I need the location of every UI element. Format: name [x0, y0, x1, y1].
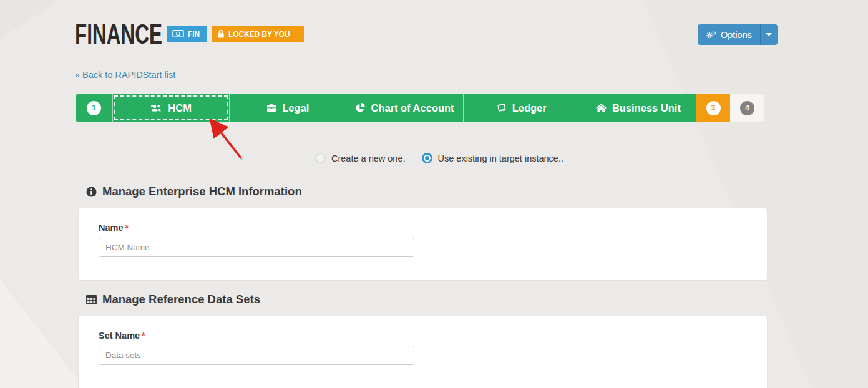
tab-label: HCM [168, 102, 192, 114]
finance-rapidstart-page: FINANCE FIN LOCKED BY YOU [0, 0, 868, 388]
options-split-button: Options [698, 24, 778, 45]
info-circle-icon [86, 187, 97, 197]
radio-create-new[interactable]: Create a new one. [315, 153, 406, 163]
radio-create-new-label: Create a new one. [331, 153, 406, 163]
section-title: Manage Enterprise HCM Information [102, 185, 302, 198]
name-field-label: Name* [99, 223, 129, 233]
book-icon [497, 104, 507, 112]
tab-label: Ledger [512, 102, 547, 114]
locked-status-badge: LOCKED BY YOU [212, 26, 304, 42]
pie-chart-icon [355, 103, 365, 113]
back-to-rapidstart-link[interactable]: « Back to RAPIDStart list [75, 70, 175, 80]
hcm-name-input[interactable] [99, 238, 414, 257]
tab-hcm[interactable]: HCM [112, 94, 229, 122]
tab-chart-of-account[interactable]: Chart of Account [346, 94, 462, 122]
lock-icon [217, 29, 225, 38]
radio-unselected-icon[interactable] [315, 153, 326, 163]
wizard-step-3[interactable]: 3 [696, 94, 730, 122]
hcm-name-card: Name* [78, 208, 768, 281]
required-marker: * [125, 223, 129, 233]
tab-legal[interactable]: Legal [229, 94, 346, 122]
header: FINANCE FIN LOCKED BY YOU [75, 19, 304, 49]
money-icon [172, 30, 184, 37]
home-icon [596, 104, 607, 112]
required-marker: * [142, 331, 145, 341]
set-name-field-label: Set Name* [99, 331, 145, 341]
wizard-step-1[interactable]: 1 [76, 94, 112, 122]
gears-icon [706, 31, 716, 39]
annotation-arrow [205, 119, 250, 165]
wizard-step-4[interactable]: 4 [730, 94, 764, 122]
briefcase-icon [266, 104, 276, 112]
caret-down-icon [766, 33, 772, 36]
locked-badge-label: LOCKED BY YOU [228, 29, 290, 39]
tab-label: Business Unit [612, 102, 681, 114]
options-dropdown-toggle[interactable] [760, 24, 778, 45]
section-hcm-information: Manage Enterprise HCM Information [86, 185, 302, 198]
radio-selected-icon[interactable] [422, 153, 432, 163]
options-button-label: Options [721, 30, 752, 40]
fin-badge-label: FIN [188, 29, 200, 39]
table-icon [86, 295, 97, 304]
page-title: FINANCE [75, 20, 162, 48]
section-reference-data-sets: Manage Reference Data Sets [86, 293, 260, 306]
section-title: Manage Reference Data Sets [102, 293, 260, 306]
tab-business-unit[interactable]: Business Unit [580, 94, 696, 122]
fin-status-badge: FIN [167, 26, 207, 42]
data-sets-card: Set Name* [78, 316, 768, 388]
step-3-number: 3 [706, 101, 721, 115]
radio-use-existing-label: Use existing in target instance.. [438, 153, 564, 163]
tab-label: Legal [282, 102, 309, 114]
wizard-step-bar: 1 HCM Legal [76, 94, 764, 122]
set-name-input[interactable] [99, 346, 414, 365]
step-4-number: 4 [740, 101, 754, 115]
users-icon [150, 104, 162, 113]
options-button[interactable]: Options [698, 24, 760, 45]
radio-use-existing[interactable]: Use existing in target instance.. [422, 153, 564, 163]
tab-label: Chart of Account [371, 102, 454, 114]
mode-selector: Create a new one. Use existing in target… [315, 153, 563, 163]
step-1-number: 1 [87, 101, 101, 115]
tab-ledger[interactable]: Ledger [463, 94, 580, 122]
